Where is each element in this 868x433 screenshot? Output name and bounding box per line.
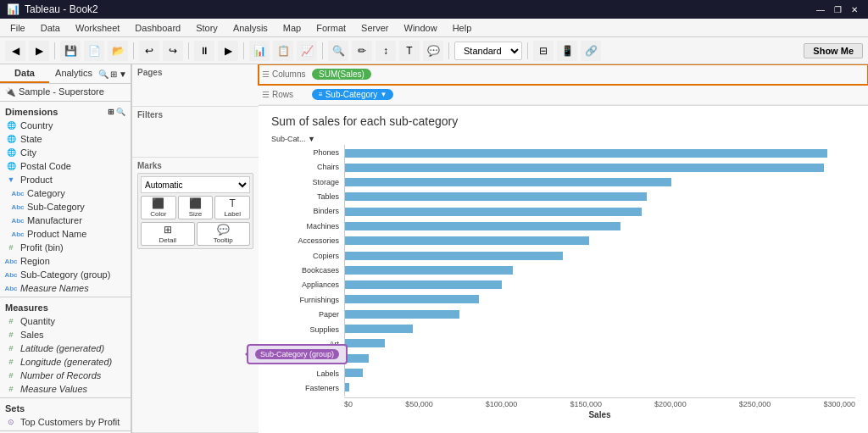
panel-sort-icon[interactable]: ⊞ <box>110 69 117 79</box>
field-profit-bin[interactable]: # Profit (bin) <box>0 241 131 254</box>
bar-row[interactable] <box>345 147 855 159</box>
bar-row[interactable] <box>345 279 855 291</box>
toolbar-save[interactable]: 💾 <box>60 41 81 61</box>
marks-type-dropdown[interactable]: Automatic <box>141 176 250 193</box>
bar-row[interactable] <box>345 250 855 262</box>
hash-measure-icon: # <box>5 383 17 395</box>
sort-icon[interactable]: ▼ <box>308 135 315 143</box>
marks-tooltip-btn[interactable]: 💬 Tooltip <box>197 222 251 246</box>
toolbar-tooltip[interactable]: 💬 <box>423 41 443 61</box>
tab-data[interactable]: Data <box>0 64 49 83</box>
window-controls[interactable]: — ❐ ✕ <box>814 3 861 16</box>
bar-row[interactable] <box>345 162 855 174</box>
close-button[interactable]: ✕ <box>848 3 861 16</box>
menu-data[interactable]: Data <box>34 21 67 35</box>
sep-4 <box>0 430 131 431</box>
dim-icon1[interactable]: ⊞ <box>108 108 114 116</box>
field-sub-category[interactable]: Abc Sub-Category <box>0 200 131 214</box>
marks-color-btn[interactable]: ⬛ Color <box>141 196 176 219</box>
field-region[interactable]: Abc Region <box>0 254 131 268</box>
toolbar-back[interactable]: ◀ <box>5 41 25 61</box>
toolbar-chart3[interactable]: 📈 <box>297 41 317 61</box>
globe-icon: 🌐 <box>5 160 17 172</box>
toolbar-redo[interactable]: ↪ <box>163 41 183 61</box>
toolbar-open[interactable]: 📂 <box>108 41 128 61</box>
menu-analysis[interactable]: Analysis <box>226 21 275 35</box>
dim-icon2[interactable]: 🔍 <box>116 108 125 116</box>
menu-worksheet[interactable]: Worksheet <box>69 21 126 35</box>
menu-help[interactable]: Help <box>446 21 479 35</box>
bar-row[interactable] <box>345 323 855 335</box>
field-measure-values[interactable]: # Measure Values <box>0 382 131 396</box>
field-latitude[interactable]: # Latitude (generated) <box>0 341 131 355</box>
menu-window[interactable]: Window <box>398 21 444 35</box>
bar-row[interactable] <box>345 220 855 232</box>
toolbar-chart1[interactable]: 📊 <box>249 41 270 61</box>
toolbar-chart2[interactable]: 📋 <box>273 41 293 61</box>
bar-row[interactable] <box>345 235 855 247</box>
bar <box>345 192 647 201</box>
toolbar-forward[interactable]: ▶ <box>29 41 49 61</box>
toolbar-run[interactable]: ▶ <box>218 41 238 61</box>
marks-detail-btn[interactable]: ⊞ Detail <box>141 222 195 246</box>
field-num-records[interactable]: # Number of Records <box>0 369 131 382</box>
panel-down-icon[interactable]: ▼ <box>119 69 127 79</box>
menu-map[interactable]: Map <box>276 21 308 35</box>
show-me-button[interactable]: Show Me <box>804 43 863 58</box>
minimize-button[interactable]: — <box>814 3 827 16</box>
toolbar-label[interactable]: T <box>399 41 420 61</box>
panel-search-icon[interactable]: 🔍 <box>98 69 108 79</box>
field-city[interactable]: 🌐 City <box>0 146 131 159</box>
field-quantity[interactable]: # Quantity <box>0 314 131 328</box>
toolbar-undo[interactable]: ↩ <box>139 41 159 61</box>
bar-row[interactable] <box>345 367 855 379</box>
bar-row[interactable] <box>345 353 855 364</box>
field-product-name[interactable]: Abc Product Name <box>0 227 131 241</box>
columns-pill[interactable]: SUM(Sales) <box>312 69 371 80</box>
marks-detail-row: ⊞ Detail 💬 Tooltip <box>141 222 250 246</box>
field-longitude[interactable]: # Longitude (generated) <box>0 355 131 369</box>
bar-row[interactable] <box>345 264 855 276</box>
bar-row[interactable] <box>345 176 855 188</box>
marks-label-btn[interactable]: T Label <box>214 196 250 219</box>
field-measure-names[interactable]: Abc Measure Names <box>0 281 131 295</box>
standard-dropdown[interactable]: Standard <box>454 42 522 60</box>
field-top-customers[interactable]: ⊙ Top Customers by Profit <box>0 415 131 429</box>
chart-title: Sum of sales for each sub-category <box>271 114 855 128</box>
toolbar-pause[interactable]: ⏸ <box>194 41 214 61</box>
maximize-button[interactable]: ❐ <box>831 3 844 16</box>
bar-row[interactable] <box>345 337 855 349</box>
toolbar-new[interactable]: 📄 <box>84 41 104 61</box>
chart-area: Sum of sales for each sub-category Sub-C… <box>259 106 868 433</box>
toolbar-device[interactable]: 📱 <box>557 41 577 61</box>
datasource-item[interactable]: 🔌 Sample - Superstore <box>0 84 131 99</box>
rows-pill[interactable]: ≡ Sub-Category ▼ <box>312 89 393 100</box>
tab-analytics[interactable]: Analytics <box>49 64 98 83</box>
field-sub-category-group[interactable]: Abc Sub-Category (group) <box>0 268 131 281</box>
bar-row[interactable] <box>345 381 855 393</box>
menu-server[interactable]: Server <box>354 21 395 35</box>
bar-row[interactable] <box>345 308 855 320</box>
menu-story[interactable]: Story <box>189 21 225 35</box>
main-layout: Data Analytics 🔍 ⊞ ▼ 🔌 Sample - Supersto… <box>0 64 868 433</box>
menu-format[interactable]: Format <box>309 21 353 35</box>
toolbar-highlighter[interactable]: ✏ <box>352 41 372 61</box>
field-product-folder[interactable]: ▼ Product <box>0 173 131 186</box>
field-sales[interactable]: # Sales <box>0 328 131 341</box>
bar-row[interactable] <box>345 206 855 218</box>
field-manufacturer[interactable]: Abc Manufacturer <box>0 214 131 227</box>
toolbar-filter[interactable]: 🔍 <box>328 41 348 61</box>
bar <box>345 280 502 289</box>
toolbar-share[interactable]: 🔗 <box>581 41 601 61</box>
menu-file[interactable]: File <box>3 21 32 35</box>
toolbar-fit[interactable]: ⊟ <box>533 41 554 61</box>
toolbar-sort[interactable]: ↕ <box>376 41 396 61</box>
field-country[interactable]: 🌐 Country <box>0 119 131 132</box>
bar-row[interactable] <box>345 191 855 203</box>
bar-row[interactable] <box>345 293 855 305</box>
field-state[interactable]: 🌐 State <box>0 132 131 146</box>
field-category[interactable]: Abc Category <box>0 186 131 200</box>
field-postal-code[interactable]: 🌐 Postal Code <box>0 159 131 173</box>
menu-dashboard[interactable]: Dashboard <box>128 21 187 35</box>
marks-size-btn[interactable]: ⬛ Size <box>178 196 214 219</box>
